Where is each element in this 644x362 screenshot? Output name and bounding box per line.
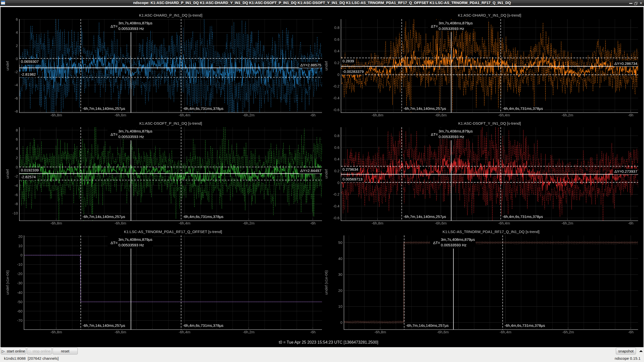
svg-text:4: 4	[16, 30, 18, 34]
svg-text:-0.2: -0.2	[333, 192, 340, 196]
svg-text:-6h,2m: -6h,2m	[243, 113, 255, 117]
svg-text:3m,7s,408ms,879µs: 3m,7s,408ms,879µs	[439, 21, 473, 25]
svg-text:-6h,2m: -6h,2m	[243, 330, 255, 334]
svg-text:0.0192339: 0.0192339	[21, 168, 39, 172]
svg-text:-6h,7m,14s,140ms,257µs: -6h,7m,14s,140ms,257µs	[404, 214, 446, 219]
svg-text:-6h,2m: -6h,2m	[561, 113, 573, 117]
svg-text:undef (x1e-06): undef (x1e-06)	[324, 270, 328, 295]
svg-text:-6h,7m,14s,140ms,257µs: -6h,7m,14s,140ms,257µs	[83, 214, 125, 219]
svg-text:-6h: -6h	[628, 330, 634, 334]
svg-text:ΔT=: ΔT=	[111, 132, 118, 137]
svg-text:-50: -50	[17, 300, 23, 304]
svg-text:-20: -20	[17, 272, 23, 276]
svg-text:-6h,4m,6s,731ms,378µs: -6h,4m,6s,731ms,378µs	[183, 214, 223, 219]
svg-text:-6h: -6h	[628, 113, 633, 117]
svg-text:-6h,6m: -6h,6m	[435, 221, 447, 225]
svg-text:ΔY=2.88575: ΔY=2.88575	[300, 63, 321, 67]
svg-text:-10: -10	[12, 211, 18, 215]
svg-text:0.279634: 0.279634	[343, 167, 358, 171]
svg-text:-6h,4m,6s,731ms,378µs: -6h,4m,6s,731ms,378µs	[183, 106, 223, 111]
svg-text:2: 2	[16, 43, 18, 48]
svg-text:8: 8	[16, 128, 18, 132]
svg-text:-6h,7m,14s,140ms,257µs: -6h,7m,14s,140ms,257µs	[83, 106, 125, 111]
svg-text:20: 20	[338, 288, 343, 293]
svg-text:0.4: 0.4	[334, 157, 340, 161]
svg-text:20: 20	[18, 234, 23, 239]
svg-text:K1:ASC-DSOFT_P_IN1_DQ [s-trend: K1:ASC-DSOFT_P_IN1_DQ [s-trend]	[139, 121, 202, 125]
svg-text:-0.4: -0.4	[333, 96, 340, 100]
svg-text:0.6: 0.6	[334, 37, 340, 41]
svg-text:6: 6	[16, 17, 18, 21]
svg-text:0: 0	[340, 320, 342, 325]
svg-text:0.2: 0.2	[334, 61, 340, 65]
svg-text:-4: -4	[15, 83, 18, 87]
svg-text:3m,7s,408ms,879µs: 3m,7s,408ms,879µs	[439, 129, 473, 133]
svg-text:-6h: -6h	[310, 113, 316, 117]
svg-text:10: 10	[18, 244, 23, 248]
svg-text:-6h,6m: -6h,6m	[114, 221, 126, 225]
svg-text:0: 0	[20, 253, 22, 257]
svg-text:0.00533593 Hz: 0.00533593 Hz	[441, 243, 466, 247]
svg-text:-6h,4m,6s,731ms,378µs: -6h,4m,6s,731ms,378µs	[183, 323, 223, 328]
svg-text:-2.82574: -2.82574	[21, 175, 36, 179]
svg-text:K1:LSC-AS_TRNORM_PDA1_RF17_Q_I: K1:LSC-AS_TRNORM_PDA1_RF17_Q_IN1_DQ [s-t…	[442, 230, 539, 234]
svg-text:-0.4: -0.4	[333, 204, 340, 208]
svg-text:-6h,8m: -6h,8m	[372, 113, 383, 117]
svg-text:undef (x1e-06): undef (x1e-06)	[5, 270, 10, 295]
svg-text:-6h,6m: -6h,6m	[435, 113, 447, 117]
svg-text:-0.6: -0.6	[333, 108, 340, 112]
svg-text:t0 = Tue Apr 25 2023 15:54:23: t0 = Tue Apr 25 2023 15:54:23 UTC [13664…	[279, 340, 378, 344]
svg-text:K1:ASC-DHARD_P_IN1_DQ [s-trend: K1:ASC-DHARD_P_IN1_DQ [s-trend]	[139, 13, 203, 17]
svg-text:-6h,4m,6s,731ms,378µs: -6h,4m,6s,731ms,378µs	[502, 214, 543, 219]
svg-text:-6h,7m,14s,140ms,257µs: -6h,7m,14s,140ms,257µs	[404, 106, 446, 111]
svg-text:0.00533593 Hz: 0.00533593 Hz	[118, 26, 144, 31]
svg-text:-6h,4m: -6h,4m	[498, 221, 510, 225]
svg-text:ΔT=: ΔT=	[111, 24, 118, 28]
svg-text:-6h,8m: -6h,8m	[374, 330, 386, 334]
svg-text:-2: -2	[15, 174, 18, 178]
svg-text:-0.2: -0.2	[333, 84, 340, 88]
svg-text:ΔT=: ΔT=	[431, 24, 438, 28]
svg-text:K1:ASC-DHARD_Y_IN1_DQ [s-trend: K1:ASC-DHARD_Y_IN1_DQ [s-trend]	[458, 13, 521, 17]
svg-text:-6h,6m: -6h,6m	[114, 113, 126, 117]
svg-text:-30: -30	[17, 281, 23, 285]
svg-text:undef: undef	[5, 169, 10, 178]
svg-text:-6h,7m,14s,140ms,257µs: -6h,7m,14s,140ms,257µs	[406, 323, 449, 328]
svg-text:-6h: -6h	[310, 330, 316, 334]
svg-text:-6h,8m: -6h,8m	[50, 221, 62, 225]
svg-text:0.00569713: 0.00569713	[343, 177, 363, 181]
svg-text:0.0659307: 0.0659307	[21, 59, 39, 64]
svg-text:ΔT=: ΔT=	[433, 241, 440, 245]
svg-text:40: 40	[338, 256, 343, 261]
svg-text:0.8: 0.8	[334, 25, 340, 30]
svg-text:0.00533593 Hz: 0.00533593 Hz	[118, 243, 144, 247]
svg-text:-8: -8	[15, 109, 18, 113]
svg-text:K1:ASC-DSOFT_Y_IN1_DQ [s-trend: K1:ASC-DSOFT_Y_IN1_DQ [s-trend]	[458, 121, 521, 125]
svg-text:-0.6: -0.6	[333, 216, 340, 220]
svg-text:undef: undef	[5, 61, 10, 70]
svg-text:0: 0	[337, 72, 339, 77]
svg-text:-6h,4m: -6h,4m	[500, 330, 511, 334]
svg-text:-6h,4m: -6h,4m	[179, 113, 190, 117]
svg-text:0.2: 0.2	[334, 169, 340, 173]
svg-text:10: 10	[338, 304, 343, 308]
svg-text:-6h,8m: -6h,8m	[372, 221, 383, 225]
svg-text:0: 0	[16, 57, 18, 61]
svg-text:-6h,2m: -6h,2m	[562, 330, 574, 334]
svg-text:-6h,4m: -6h,4m	[498, 113, 510, 117]
svg-text:0.8: 0.8	[334, 133, 340, 138]
svg-text:-2: -2	[15, 70, 18, 74]
svg-text:4: 4	[16, 146, 18, 151]
svg-text:0.00533593 Hz: 0.00533593 Hz	[439, 26, 464, 31]
svg-text:3m,7s,408ms,879µs: 3m,7s,408ms,879µs	[118, 21, 152, 25]
svg-text:-6h,8m: -6h,8m	[50, 330, 62, 334]
svg-text:0.00533593 Hz: 0.00533593 Hz	[439, 134, 464, 139]
svg-text:-60: -60	[17, 309, 23, 313]
svg-text:ΔY=0.286734: ΔY=0.286734	[614, 61, 637, 66]
svg-text:-8: -8	[15, 202, 18, 206]
svg-text:-10: -10	[17, 262, 23, 266]
svg-text:ΔY=0.273937: ΔY=0.273937	[614, 169, 637, 173]
svg-text:2: 2	[16, 156, 18, 160]
svg-text:undef: undef	[324, 169, 328, 178]
svg-text:0: 0	[337, 180, 339, 185]
